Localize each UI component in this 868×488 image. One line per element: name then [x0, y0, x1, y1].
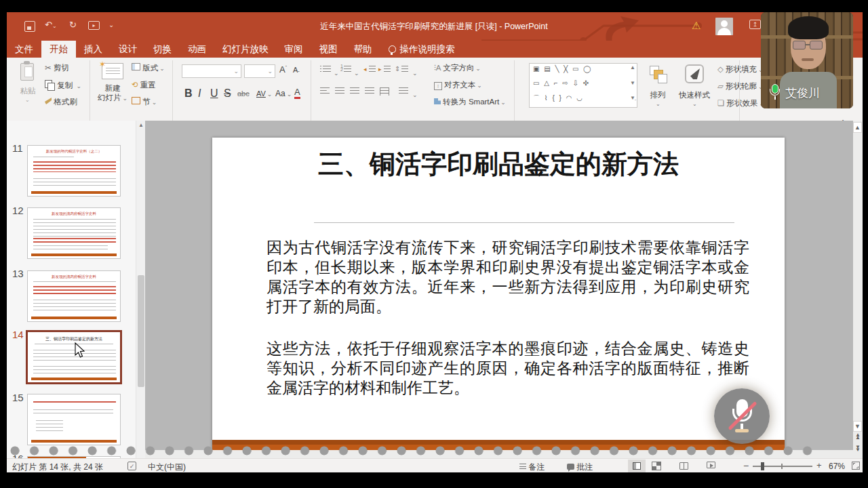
previous-slide-icon[interactable]: ▲▲	[854, 434, 862, 439]
qat-customize-icon[interactable]: ⌄	[108, 20, 114, 30]
slide-sorter-view-button[interactable]	[652, 462, 660, 470]
ribbon-display-options-icon[interactable]: ↥	[749, 20, 761, 29]
main-scrollbar[interactable]: ▲ ▼ ▲▲ ▼▼	[853, 121, 863, 458]
tell-me-search[interactable]: 操作说明搜索	[380, 41, 463, 58]
tab-help[interactable]: 帮助	[346, 41, 380, 58]
numbering-button[interactable]: 12	[340, 66, 351, 74]
participant-name: 艾俊川	[785, 85, 820, 101]
align-center-button[interactable]	[335, 87, 344, 96]
tab-view[interactable]: 视图	[311, 41, 346, 58]
account-icon[interactable]	[715, 18, 733, 35]
scroll-down-icon[interactable]: ▼	[853, 421, 862, 432]
line-spacing-button[interactable]: ⇕	[396, 66, 408, 74]
panel-scrollbar[interactable]: ▲	[136, 121, 145, 458]
underline-button[interactable]: U	[210, 87, 218, 100]
text-shadow-button[interactable]: abc	[237, 89, 250, 98]
columns-dropdown[interactable]	[411, 87, 418, 100]
increase-indent-button[interactable]: ▸	[380, 66, 391, 74]
shapes-scroll-up[interactable]: ▲	[630, 64, 635, 70]
slide-paragraph-2[interactable]: 这些方法，依托于仔细观察活字本的墨痕印迹，结合金属史、铸造史等知识，分析不同印迹…	[267, 339, 749, 398]
slide-thumbnail-15[interactable]	[27, 394, 121, 445]
shapes-scroll-down[interactable]: ▼	[630, 80, 635, 86]
shapes-gallery[interactable]: ▣ ▤ ╲ ╳ ▭ ◯ ▭ △ ⌐ ⇨ ⇩ ✣ ⌒ ⌇ { } ◠ ◡ ▲ ▼ …	[529, 63, 637, 108]
format-painter-button[interactable]: 格式刷	[45, 97, 77, 107]
bullets-dropdown[interactable]	[332, 66, 339, 78]
slide-counter[interactable]: 幻灯片 第 14 张, 共 24 张	[12, 462, 103, 473]
align-text-button[interactable]: ↕ 对齐文本	[434, 80, 482, 90]
bullets-button[interactable]	[320, 66, 331, 74]
section-button[interactable]: 节	[132, 97, 157, 107]
text-direction-button[interactable]: ⫶A 文字方向	[434, 63, 481, 73]
tab-slideshow[interactable]: 幻灯片放映	[214, 41, 277, 58]
zoom-out-button[interactable]: −	[743, 460, 749, 471]
layout-button[interactable]: 版式	[132, 63, 165, 73]
cut-button[interactable]: ✂ 剪切	[45, 63, 69, 73]
italic-button[interactable]: I	[198, 87, 201, 100]
slideshow-view-button[interactable]	[707, 462, 715, 468]
panel-scrollbar-thumb[interactable]	[138, 275, 144, 387]
fit-slide-to-window-icon[interactable]	[852, 462, 860, 470]
line-spacing-dropdown[interactable]	[411, 66, 418, 78]
numbering-dropdown[interactable]	[353, 66, 359, 78]
slide-thumbnail-11[interactable]: 新发现的明代铜活字史料（之二）	[27, 145, 121, 197]
tab-insert[interactable]: 插入	[76, 41, 111, 58]
new-slide-button[interactable]: ✶ 新建 幻灯片	[95, 62, 130, 119]
accessibility-check-icon[interactable]: ✓	[127, 462, 136, 470]
justify-button[interactable]	[365, 87, 374, 96]
zoom-in-button[interactable]: +	[816, 460, 822, 470]
bold-button[interactable]: B	[184, 87, 193, 100]
zoom-slider[interactable]	[753, 466, 812, 467]
arrange-button[interactable]: 排列 ⌄	[644, 63, 671, 117]
mute-button[interactable]	[714, 388, 770, 444]
shapes-more[interactable]: ▼̱	[630, 95, 635, 101]
slide-paragraph-1[interactable]: 因为古代铜活字没有流传下来，研究铜活字印刷技术需要依靠铜活字印本，但长期以来，版…	[267, 238, 749, 317]
align-right-button[interactable]	[350, 87, 359, 96]
font-size-select[interactable]: ⌄	[244, 64, 275, 78]
slide[interactable]: 三、铜活字印刷品鉴定的新方法 因为古代铜活字没有流传下来，研究铜活字印刷技术需要…	[212, 138, 785, 461]
change-case-button[interactable]: Aa	[275, 89, 292, 98]
zoom-level[interactable]: 67%	[829, 462, 845, 471]
undo-icon[interactable]: ↶⌄	[45, 20, 57, 32]
paste-button[interactable]: 粘贴 ⌄	[14, 62, 42, 117]
language-status[interactable]: 中文(中国)	[148, 462, 186, 473]
zoom-slider-thumb[interactable]	[761, 462, 764, 470]
tab-transitions[interactable]: 切换	[145, 41, 180, 58]
scroll-up-icon[interactable]: ▲	[853, 122, 862, 133]
font-color-button[interactable]: A	[294, 87, 300, 99]
normal-view-button[interactable]	[628, 460, 646, 472]
copy-button[interactable]: 复制	[45, 80, 81, 91]
slide-title[interactable]: 三、铜活字印刷品鉴定的新方法	[212, 147, 785, 182]
smartart-icon	[434, 98, 441, 104]
smartart-button[interactable]: 转换为 SmartArt	[434, 97, 506, 107]
next-slide-icon[interactable]: ▼▼	[854, 446, 862, 451]
save-icon[interactable]	[24, 21, 35, 32]
align-left-button[interactable]	[320, 87, 330, 96]
tab-file[interactable]: 文件	[7, 41, 41, 58]
strikethrough-button[interactable]: S	[224, 87, 231, 100]
character-spacing-button[interactable]: AV	[256, 89, 272, 98]
grow-font-button[interactable]: Aˆ	[279, 64, 287, 75]
decrease-indent-button[interactable]: ◂	[365, 66, 376, 74]
reading-view-button[interactable]	[679, 462, 688, 470]
shrink-font-button[interactable]: Aˇ	[293, 66, 300, 75]
comments-button[interactable]: 批注	[567, 462, 593, 473]
warning-icon[interactable]: ⚠	[692, 20, 701, 32]
tab-home[interactable]: 开始	[41, 41, 76, 58]
panel-scroll-up-icon[interactable]: ▲	[136, 122, 146, 128]
webcam-tile[interactable]: 艾俊川	[761, 12, 853, 108]
quick-styles-button[interactable]: 快速样式 ⌄	[675, 63, 713, 117]
reset-button[interactable]: ⟲ 重置	[132, 80, 156, 90]
slide-thumbnail-13[interactable]: 新发现的清内府铜活字史料	[27, 270, 121, 322]
start-slideshow-icon[interactable]: ▸	[88, 21, 100, 30]
slide-thumbnail-12[interactable]: 新发现的清内府铜活字史料	[27, 207, 121, 259]
redo-icon[interactable]: ↻	[69, 20, 77, 30]
notes-button[interactable]: 备注	[519, 462, 545, 473]
tab-animations[interactable]: 动画	[180, 41, 214, 58]
distributed-button[interactable]	[380, 87, 389, 96]
align-text-icon: ↕	[434, 82, 442, 90]
tab-design[interactable]: 设计	[111, 41, 145, 58]
slide-thumbnail-14[interactable]: 三、铜活字印刷品鉴定的新方法	[26, 330, 122, 384]
tab-review[interactable]: 审阅	[277, 41, 311, 58]
columns-button[interactable]	[399, 87, 408, 96]
font-name-select[interactable]: ⌄	[182, 64, 241, 78]
